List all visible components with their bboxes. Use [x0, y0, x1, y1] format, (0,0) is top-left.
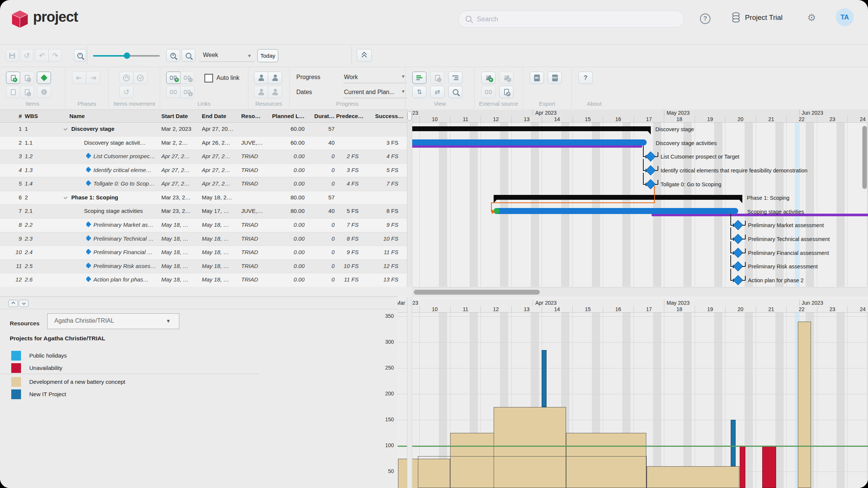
today-button[interactable]: Today — [257, 49, 278, 62]
find-button[interactable] — [448, 86, 463, 98]
column-header-end[interactable]: End Date — [202, 113, 226, 119]
summary-bar[interactable] — [494, 195, 742, 200]
table-row[interactable]: 92.3Preliminary Technical …May 18, …May … — [0, 232, 407, 246]
add-link-button[interactable]: + — [166, 72, 180, 84]
paste-item-button[interactable]: ↑ — [20, 86, 34, 98]
collapse-chevron-icon[interactable] — [64, 195, 68, 199]
table-row[interactable]: 112.5Preliminary Risk asses…May 18, …May… — [0, 260, 407, 274]
edit-link-button[interactable] — [166, 86, 180, 98]
legend-item[interactable]: Development of a new battery concept — [11, 377, 259, 387]
item-info-button[interactable]: i — [37, 86, 51, 98]
column-header-successors[interactable]: Success… — [375, 113, 404, 119]
table-row[interactable]: 31.2List Cutsomer prospec…Apr 27, 2…Apr … — [0, 150, 407, 164]
column-header-num[interactable]: # — [5, 113, 22, 119]
horizontal-scrollbar[interactable] — [412, 287, 868, 297]
milestone-diamond[interactable] — [733, 234, 743, 244]
indent-button[interactable]: ⇥ — [86, 72, 100, 84]
add-milestone-button[interactable] — [37, 72, 51, 84]
export-ms-button[interactable]: MS — [530, 72, 544, 84]
task-bar[interactable] — [494, 208, 738, 214]
column-header-name[interactable]: Name — [69, 113, 85, 119]
table-row[interactable]: 82.2Preliminary Market as…May 18, …May 1… — [0, 219, 407, 232]
export-pdf-button[interactable]: PDF — [548, 72, 562, 84]
add-item-button[interactable]: + — [6, 72, 20, 84]
delete-link-button[interactable]: − — [180, 72, 194, 84]
zoom-in-button[interactable]: + — [166, 49, 180, 62]
link-info-button[interactable]: i — [180, 86, 194, 98]
collapse-chevron-icon[interactable] — [64, 126, 68, 130]
table-row[interactable]: 21.1Discovery stage activit…Mar 2, 2…Apr… — [0, 136, 407, 150]
external-board-button[interactable]: ↗ — [499, 86, 514, 98]
table-row[interactable]: 11Discovery stageMar 2, 2023Apr 27, 20…6… — [0, 123, 407, 136]
collapse-toolbar-button[interactable] — [357, 49, 372, 62]
panel-down-button[interactable] — [19, 300, 29, 307]
resources-select[interactable]: Agatha Christie/TRIAL ▼ — [47, 313, 179, 329]
legend-item[interactable]: Unavailability — [11, 363, 259, 373]
column-header-wbs[interactable]: WBS — [25, 113, 38, 119]
column-header-planned[interactable]: Planned L… — [269, 113, 305, 119]
splitter[interactable] — [407, 297, 412, 488]
undo-button[interactable]: ↶ — [35, 49, 49, 62]
milestone-diamond[interactable] — [733, 261, 743, 271]
zoom-fit-button[interactable] — [182, 49, 195, 62]
delete-item-button[interactable]: − — [20, 72, 34, 84]
milestone-diamond[interactable] — [733, 248, 743, 258]
copy-item-button[interactable] — [6, 86, 20, 98]
save-button[interactable] — [6, 49, 19, 62]
table-row[interactable]: 62Phase 1: ScopingMar 23, 2…May 18, 2…80… — [0, 191, 407, 205]
move-up-button[interactable] — [119, 72, 134, 84]
remove-external-button[interactable]: − — [499, 72, 514, 84]
add-resource-button[interactable] — [254, 72, 268, 84]
zoom-slider-handle[interactable] — [124, 52, 130, 59]
export-view-button[interactable]: → — [430, 72, 445, 84]
move-down-button[interactable] — [133, 72, 147, 84]
week-gridline — [664, 313, 664, 488]
task-bar[interactable] — [412, 139, 647, 145]
summary-bar[interactable] — [412, 126, 651, 131]
zoom-out-button[interactable]: − — [74, 49, 86, 62]
horizontal-scrollbar-thumb[interactable] — [414, 290, 540, 295]
splitter[interactable] — [407, 109, 412, 287]
table-row[interactable]: 51.4Tollgate 0: Go to Scop…Apr 27, 2…Apr… — [0, 177, 407, 191]
outdent-button[interactable]: ⇤ — [72, 72, 86, 84]
table-row[interactable]: 102.4Preliminary Financial …May 18, …May… — [0, 246, 407, 260]
external-links-button[interactable] — [481, 86, 496, 98]
legend-item[interactable]: New IT Project — [11, 389, 259, 399]
search-bar[interactable] — [458, 10, 684, 28]
table-row[interactable]: 41.3Identify critical eleme…Apr 27, 2…Ap… — [0, 164, 407, 178]
panel-up-button[interactable] — [8, 300, 18, 307]
splitter-handle[interactable] — [407, 111, 412, 121]
help-icon[interactable]: ? — [700, 13, 710, 24]
search-input[interactable] — [476, 14, 673, 24]
milestone-diamond[interactable] — [733, 220, 743, 230]
edit-resource-button[interactable] — [254, 86, 268, 98]
vertical-scrollbar[interactable] — [862, 126, 867, 189]
column-header-start[interactable]: Start Date — [161, 113, 188, 119]
refresh-button[interactable]: ↺ — [20, 49, 33, 62]
column-header-resources[interactable]: Reso… — [241, 113, 261, 119]
timescale-select[interactable]: Week ▼ — [199, 49, 255, 62]
add-external-button[interactable]: + — [481, 72, 496, 84]
about-button[interactable]: ? — [578, 72, 593, 84]
column-header-predecessors[interactable]: Predece… — [336, 113, 363, 119]
zoom-slider[interactable] — [93, 55, 160, 57]
remove-resource-button[interactable] — [268, 86, 282, 98]
dates-select[interactable]: Current and Plan... ▼ — [343, 87, 407, 98]
redo-button[interactable]: ↷ — [48, 49, 62, 62]
critical-path-button[interactable] — [412, 72, 426, 84]
show-links-button[interactable]: ⇅ — [412, 86, 426, 98]
progress-select[interactable]: Work ▼ — [343, 72, 407, 83]
settings-gear-icon[interactable]: ⚙ — [807, 12, 816, 24]
assign-resource-button[interactable] — [268, 72, 282, 84]
column-header-duration[interactable]: Durat… — [310, 113, 335, 119]
avatar[interactable]: TA — [836, 8, 854, 26]
table-row[interactable]: 72.1Scoping stage activitiesMar 23, 2…Ma… — [0, 205, 407, 219]
table-row[interactable]: 122.6Action plan for phas…May 18, …May 1… — [0, 273, 407, 287]
legend-item[interactable]: Public holidays — [11, 351, 259, 361]
revert-move-button[interactable]: ↺ — [119, 86, 134, 98]
hide-links-button[interactable]: ⇄ — [430, 86, 445, 98]
milestone-diamond[interactable] — [733, 275, 743, 285]
collapse-bars-button[interactable] — [448, 72, 463, 84]
auto-link-checkbox[interactable] — [204, 74, 213, 82]
account-label[interactable]: Project Trial — [745, 13, 782, 22]
